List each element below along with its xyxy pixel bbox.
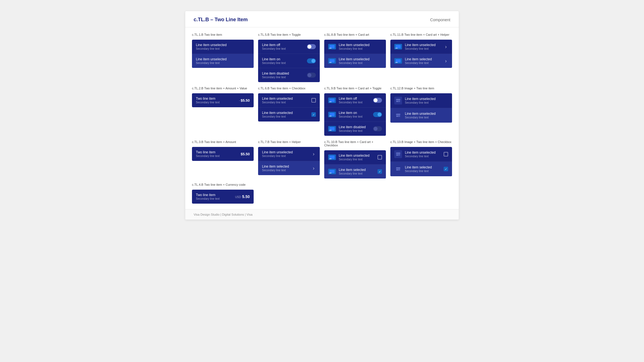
section-label-ctl1b: c.TL.1.B Two line item	[192, 33, 254, 36]
section-label-ctl6b: c.TL.6.B Two line item + Checkbox	[258, 87, 320, 90]
toggle-switch[interactable]	[373, 98, 382, 103]
line-item-text: Line item unselectedSecondary line text	[339, 43, 382, 50]
line-item[interactable]: Line item selectedSecondary line text	[258, 161, 320, 175]
line-item[interactable]: Line item offSecondary line text	[324, 93, 386, 108]
line-item-text: Line item disabledSecondary line text	[339, 125, 373, 132]
amount-value: $5.50	[241, 152, 250, 156]
line-item[interactable]: Two line itemSecondary line text$5.50	[192, 147, 254, 161]
line-item[interactable]: Two line itemSecondary line textUSD5.50	[192, 190, 254, 204]
line-item-secondary: Secondary line text	[262, 61, 307, 65]
card-art-icon	[394, 44, 402, 49]
line-item[interactable]: Line item unselectedSecondary line text	[192, 54, 254, 68]
line-item-secondary: Secondary line text	[405, 101, 448, 104]
toggle-switch[interactable]	[373, 126, 382, 131]
line-item[interactable]: Line item unselectedSecondary line text	[390, 40, 452, 54]
line-item-secondary: Secondary line text	[339, 172, 378, 175]
line-item-text: Line item selectedSecondary line text	[262, 165, 311, 172]
line-item[interactable]: Line item unselectedSecondary line text	[258, 93, 320, 108]
card-container-ctl7b: Line item unselectedSecondary line textL…	[258, 147, 320, 175]
card-art-icon	[328, 44, 336, 49]
line-item[interactable]: Line item unselectedSecondary line text	[390, 147, 452, 162]
line-item-secondary: Secondary line text	[405, 61, 444, 65]
line-item-secondary: Secondary line text	[262, 101, 311, 104]
checkbox[interactable]	[378, 155, 382, 159]
line-item[interactable]: Line item unselectedSecondary line text	[390, 108, 452, 123]
image-icon	[394, 111, 402, 119]
line-item[interactable]: Line item unselectedSecondary line text	[258, 147, 320, 161]
page-header: c.TL.B – Two Line Item Component	[185, 11, 459, 27]
line-item-text: Line item unselectedSecondary line text	[196, 43, 250, 50]
line-item[interactable]: Line item selectedSecondary line text	[390, 162, 452, 176]
card-container-ctl3b: Two line itemSecondary line text$5.50	[192, 147, 254, 161]
component-section-ctl6b: c.TL.6.B Two line item + CheckboxLine it…	[258, 87, 320, 136]
line-item-secondary: Secondary line text	[196, 101, 239, 104]
line-item-secondary: Secondary line text	[339, 101, 373, 104]
line-item[interactable]: Line item unselectedSecondary line text	[324, 54, 386, 68]
line-item[interactable]: Line item disabledSecondary line text	[324, 122, 386, 136]
line-item[interactable]: Line item unselectedSecondary line text	[390, 93, 452, 108]
checkbox[interactable]	[444, 152, 448, 156]
line-item[interactable]: Line item disabledSecondary line text	[258, 68, 320, 82]
line-item-primary: Line item unselected	[196, 43, 250, 47]
chevron-right-icon	[311, 152, 316, 156]
line-item[interactable]: Line item unselectedSecondary line text	[324, 40, 386, 54]
toggle-switch[interactable]	[307, 44, 316, 49]
card-container-ctl12b: Line item unselectedSecondary line text …	[390, 93, 452, 123]
component-section-ctl10b: c.TL.10.B Two line item + Card art + Che…	[324, 140, 386, 178]
line-item-text: Line item selectedSecondary line text	[405, 57, 444, 65]
svg-rect-9	[398, 116, 399, 117]
svg-rect-13	[398, 155, 400, 155]
component-section-ctl3b: c.TL.3.B Two line item + AmountTwo line …	[192, 140, 254, 178]
toggle-switch[interactable]	[307, 73, 316, 78]
line-item-text: Two line itemSecondary line text	[196, 193, 235, 200]
line-item[interactable]: Line item unselectedSecondary line text	[324, 150, 386, 165]
line-item[interactable]: Line item onSecondary line text	[324, 108, 386, 122]
line-item[interactable]: Line item offSecondary line text	[258, 40, 320, 54]
card-art-icon	[328, 112, 336, 117]
line-item-secondary: Secondary line text	[339, 158, 378, 161]
line-item[interactable]: Two line itemSecondary line text- $5.50	[192, 93, 254, 107]
line-item-text: Line item onSecondary line text	[339, 111, 373, 118]
line-item-primary: Line item off	[339, 97, 373, 101]
line-item-secondary: Secondary line text	[262, 154, 311, 158]
line-item-primary: Two line item	[196, 97, 239, 101]
line-item[interactable]: Line item selectedSecondary line text	[324, 165, 386, 178]
checkbox[interactable]	[311, 98, 316, 103]
checkbox[interactable]	[444, 167, 448, 171]
section-label-ctl7b: c.TL.7.B Two line item + Helper	[258, 140, 320, 144]
line-item-primary: Line item unselected	[196, 57, 250, 61]
line-item-primary: Line item unselected	[262, 150, 311, 154]
line-item-primary: Line item selected	[262, 165, 311, 168]
line-item[interactable]: Line item unselectedSecondary line text	[192, 40, 254, 54]
currency-amount: USD5.50	[235, 194, 250, 199]
line-item-text: Line item unselectedSecondary line text	[405, 151, 444, 158]
line-item-primary: Line item disabled	[262, 72, 307, 75]
image-icon	[394, 165, 402, 173]
component-section-empty	[390, 183, 452, 204]
component-section-ctl5b: c.TL.5.B Two line item + ToggleLine item…	[258, 33, 320, 82]
checkbox[interactable]	[311, 112, 316, 117]
card-container-ctl11b: Line item unselectedSecondary line textL…	[390, 40, 452, 68]
card-container-ctl1b: Line item unselectedSecondary line textL…	[192, 40, 254, 68]
line-item-text: Line item unselectedSecondary line text	[405, 97, 448, 104]
line-item[interactable]: Line item unselectedSecondary line text	[258, 108, 320, 122]
image-icon	[394, 97, 402, 104]
section-label-ctl9b: c.TL.9.B Two line item + Card art + Togg…	[324, 87, 386, 90]
line-item[interactable]: Line item onSecondary line text	[258, 54, 320, 68]
checkbox[interactable]	[378, 169, 382, 174]
svg-rect-14	[398, 155, 399, 156]
line-item-primary: Line item unselected	[405, 112, 448, 116]
line-item-secondary: Secondary line text	[262, 76, 307, 79]
line-item-text: Line item unselectedSecondary line text	[262, 97, 311, 104]
toggle-knob	[378, 113, 381, 116]
toggle-switch[interactable]	[373, 112, 382, 117]
line-item-secondary: Secondary line text	[196, 197, 235, 200]
toggle-switch[interactable]	[307, 58, 316, 63]
card-art-icon	[328, 97, 336, 103]
line-item[interactable]: Line item selectedSecondary line text	[390, 54, 452, 68]
section-label-ctl13b: c.TL.13.B Image + Two line item + Checkb…	[390, 140, 452, 144]
toggle-knob	[311, 59, 315, 63]
card-art-icon	[394, 58, 402, 64]
toggle-knob	[374, 127, 378, 131]
section-label-ctl2b: c.TL.2.B Two line item + Amount + Value	[192, 87, 254, 90]
